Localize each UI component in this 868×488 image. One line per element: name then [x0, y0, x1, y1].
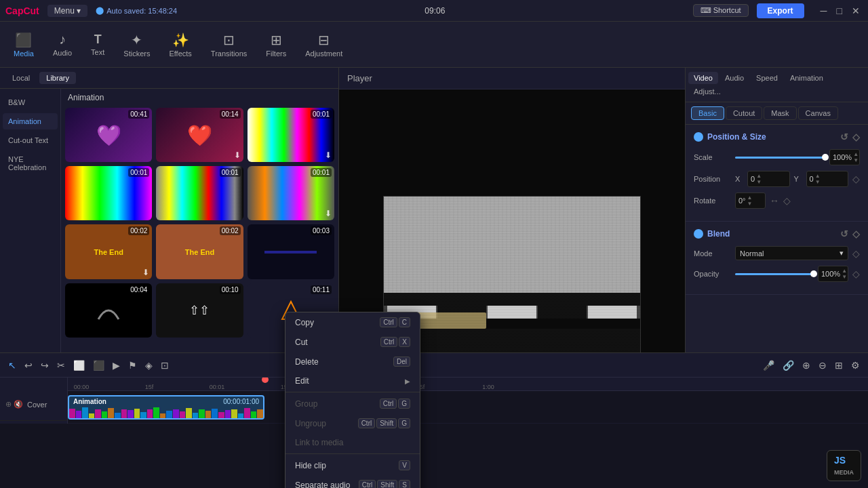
sidebar-item-cutout-text[interactable]: Cut-out Text — [3, 132, 58, 148]
grid-title: Animation — [65, 93, 334, 102]
tab-video[interactable]: Video — [688, 72, 718, 84]
tl-crop[interactable]: ⬜ — [71, 357, 87, 373]
tl-settings[interactable]: ⚙ — [848, 357, 863, 373]
timeline-ruler: 00:00 15f 00:01 15f 00:02 15f 1:00 — [68, 378, 868, 391]
media-thumb-6[interactable]: 00:01 ⬇ — [248, 166, 334, 220]
tl-undo[interactable]: ↩ — [22, 357, 35, 373]
text-icon: T — [94, 33, 102, 47]
scale-value[interactable]: 100% ▲▼ — [829, 149, 860, 165]
media-thumb-4[interactable]: 00:01 — [65, 166, 152, 220]
tool-audio[interactable]: ♪ Audio — [45, 28, 80, 61]
reset-position-diamond[interactable]: ◇ — [852, 131, 860, 142]
sidebar-item-animation[interactable]: Animation — [3, 113, 58, 129]
x-value[interactable]: 0 ▲▼ — [747, 171, 790, 187]
tool-stickers[interactable]: ✦ Stickers — [115, 28, 158, 62]
tool-text[interactable]: T Text — [83, 28, 113, 60]
rotate-diamond[interactable]: ◇ — [783, 195, 791, 206]
sidebar-item-nye[interactable]: NYE Celebration — [3, 151, 58, 176]
ctx-cut[interactable]: Cut Ctrl X — [285, 332, 420, 352]
tl-zoom-out[interactable]: ⊖ — [816, 357, 829, 373]
rotate-flip-h[interactable]: ↔ — [770, 195, 779, 206]
export-button[interactable]: Export — [757, 3, 804, 18]
tl-link[interactable]: 🔗 — [780, 357, 797, 373]
media-thumb-11[interactable]: ⇧⇧ 00:10 — [156, 283, 243, 338]
media-thumb-3[interactable]: 00:01 ⬇ — [248, 108, 334, 162]
menu-button[interactable]: Menu ▾ — [47, 5, 87, 17]
ctx-delete[interactable]: Delete Del — [285, 352, 420, 371]
subtab-mask[interactable]: Mask — [764, 106, 796, 120]
tool-transitions[interactable]: ⊡ Transitions — [203, 28, 255, 62]
y-value[interactable]: 0 ▲▼ — [806, 171, 849, 187]
track-mute-button[interactable]: 🔇 — [14, 400, 23, 409]
adjustment-icon: ⊟ — [318, 32, 330, 48]
transitions-icon: ⊡ — [223, 32, 235, 48]
scale-slider-container[interactable] — [735, 157, 825, 159]
tl-snap[interactable]: ◈ — [142, 357, 155, 373]
subtab-cutout[interactable]: Cutout — [726, 106, 762, 120]
sidebar-item-bw[interactable]: B&W — [3, 94, 58, 110]
media-grid: 💜 00:41 ❤️ 00:14 ⬇ — [65, 108, 334, 338]
shortcut-button[interactable]: ⌨ Shortcut — [693, 4, 749, 17]
blend-section: Blend ↺ ◇ Mode Normal ▾ ◇ Opacity — [686, 222, 868, 295]
ctx-link-media[interactable]: Link to media — [285, 433, 420, 452]
blend-icon — [694, 229, 703, 239]
rotate-value[interactable]: 0° ▲▼ — [735, 192, 766, 209]
reset-blend-button[interactable]: ↺ — [840, 228, 848, 239]
tl-split[interactable]: ✂ — [54, 357, 68, 373]
opacity-value[interactable]: 100% ▲▼ — [818, 266, 848, 282]
track-add-button[interactable]: ⊕ — [5, 400, 12, 409]
tool-filters[interactable]: ⊞ Filters — [258, 28, 294, 62]
ctx-edit[interactable]: Edit ▶ — [285, 371, 420, 390]
media-thumb-2[interactable]: ❤️ 00:14 ⬇ — [156, 108, 243, 162]
reset-xy-diamond[interactable]: ◇ — [852, 174, 860, 184]
opacity-slider[interactable] — [735, 273, 814, 275]
media-thumb-10[interactable]: 00:04 — [65, 283, 152, 338]
opacity-diamond[interactable]: ◇ — [852, 268, 860, 279]
tab-library[interactable]: Library — [39, 72, 76, 84]
tl-delete[interactable]: ⬛ — [90, 357, 107, 373]
tool-effects[interactable]: ✨ Effects — [161, 28, 199, 62]
tab-local[interactable]: Local — [5, 72, 37, 84]
minimize-button[interactable]: ─ — [818, 5, 830, 16]
timecode-display: 09:06 — [185, 6, 684, 16]
tl-mic[interactable]: 🎤 — [760, 357, 777, 373]
audio-icon: ♪ — [59, 32, 66, 47]
ctx-copy[interactable]: Copy Ctrl C — [285, 312, 420, 332]
ctx-separate-audio[interactable]: Separate audio Ctrl Shift S — [285, 475, 420, 488]
tl-redo[interactable]: ↪ — [38, 357, 52, 373]
clip-animation[interactable]: Animation 00:00:01:00 — [68, 395, 264, 420]
tl-select-tool[interactable]: ↖ — [5, 357, 19, 373]
tab-audio[interactable]: Audio — [719, 72, 749, 84]
media-thumb-9[interactable]: 00:03 — [248, 224, 334, 279]
tl-more[interactable]: ⊡ — [158, 357, 172, 373]
subtab-basic[interactable]: Basic — [691, 106, 724, 120]
blend-mode-row: Mode Normal ▾ ◇ — [694, 246, 860, 260]
tl-marker[interactable]: ⚑ — [125, 357, 140, 373]
media-thumb-8[interactable]: The End 00:02 — [156, 224, 243, 279]
reset-blend-diamond[interactable]: ◇ — [852, 228, 860, 239]
tl-fit[interactable]: ⊞ — [832, 357, 846, 373]
media-thumb-1[interactable]: 💜 00:41 — [65, 108, 152, 162]
position-row: Position X 0 ▲▼ Y 0 ▲▼ ◇ — [694, 171, 860, 187]
tab-speed[interactable]: Speed — [751, 72, 783, 84]
ctx-hide-clip[interactable]: Hide clip V — [285, 455, 420, 475]
tl-zoom-in[interactable]: ⊕ — [800, 357, 813, 373]
tab-animation[interactable]: Animation — [785, 72, 829, 84]
blend-mode-diamond[interactable]: ◇ — [852, 248, 860, 259]
media-thumb-7[interactable]: The End 00:02 ⬇ — [65, 224, 152, 279]
ctx-ungroup[interactable]: Ungroup Ctrl Shift G — [285, 413, 420, 433]
opacity-slider-container[interactable] — [735, 273, 814, 275]
timeline-tracks[interactable]: 00:00 15f 00:01 15f 00:02 15f 1:00 Anima… — [68, 378, 868, 424]
reset-position-button[interactable]: ↺ — [840, 131, 848, 142]
tool-media[interactable]: ⬛ Media — [5, 28, 42, 62]
tl-play-clip[interactable]: ▶ — [110, 357, 123, 373]
ctx-group[interactable]: Group Ctrl G — [285, 394, 420, 413]
scale-slider[interactable] — [735, 157, 825, 159]
subtab-canvas[interactable]: Canvas — [798, 106, 838, 120]
media-thumb-5[interactable]: 00:01 — [156, 166, 243, 220]
maximize-button[interactable]: □ — [834, 5, 845, 16]
blend-mode-select[interactable]: Normal ▾ — [735, 246, 848, 260]
tab-adjust[interactable]: Adjust... — [688, 85, 726, 98]
close-button[interactable]: ✕ — [849, 5, 863, 16]
tool-adjustment[interactable]: ⊟ Adjustment — [297, 28, 351, 62]
